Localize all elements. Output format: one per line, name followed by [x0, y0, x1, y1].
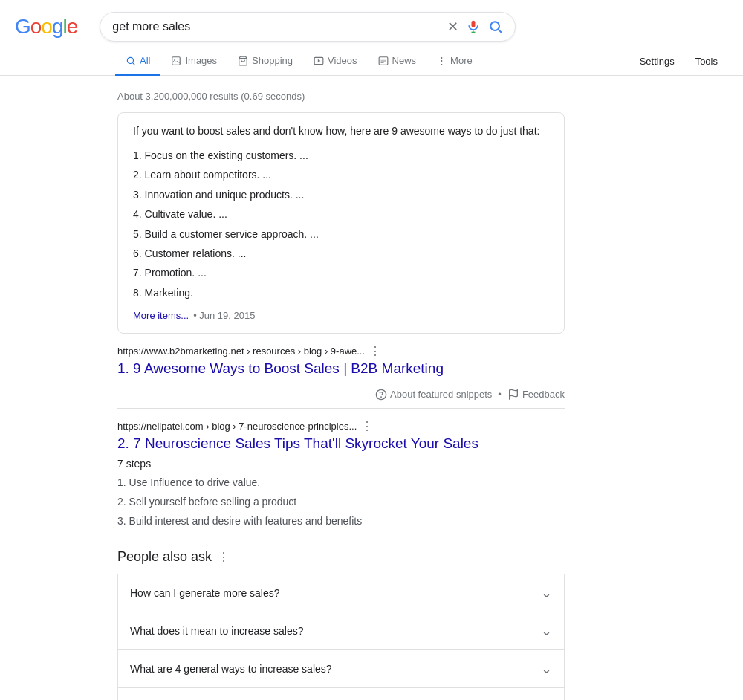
- snippet-list: 1. Focus on the existing customers. ... …: [133, 146, 549, 302]
- result2-steps-list: 1. Use Influence to drive value. 2. Sell…: [117, 473, 565, 531]
- svg-point-3: [491, 22, 500, 30]
- all-icon: [126, 56, 136, 66]
- results-count: About 3,200,000,000 results (0.69 second…: [117, 83, 565, 112]
- list-item: 4. Cultivate value. ...: [133, 204, 549, 224]
- svg-line-4: [499, 30, 502, 33]
- tab-all[interactable]: All: [115, 48, 160, 76]
- search-bar-icons: ✕: [447, 19, 503, 35]
- svg-point-8: [175, 59, 176, 60]
- tab-all-label: All: [140, 55, 150, 66]
- logo-letter-e: e: [67, 15, 78, 38]
- videos-icon: [314, 56, 324, 66]
- tab-news[interactable]: News: [368, 48, 427, 76]
- svg-marker-11: [318, 59, 321, 62]
- logo-letter-o2: o: [41, 15, 52, 38]
- voice-search-button[interactable]: [466, 19, 481, 34]
- tab-shopping[interactable]: Shopping: [227, 48, 303, 76]
- featured-snippet: If you want to boost sales and don't kno…: [117, 112, 565, 334]
- snippet-bar: About featured snippets • Feedback: [117, 381, 565, 409]
- paa-title: People also ask: [117, 549, 212, 565]
- search-input[interactable]: get more sales: [112, 20, 440, 33]
- list-item: 2. Learn about competitors. ...: [133, 165, 549, 184]
- more-dots-icon: ⋮: [437, 55, 447, 66]
- result2-url: https://neilpatel.com › blog › 7-neurosc…: [117, 421, 357, 432]
- search-button[interactable]: [488, 19, 503, 34]
- result2-menu-dots[interactable]: ⋮: [361, 419, 373, 433]
- list-item: 6. Customer relations. ...: [133, 244, 549, 263]
- logo-letter-g: G: [15, 15, 30, 38]
- result1-menu-dots[interactable]: ⋮: [369, 344, 381, 358]
- logo-letter-o1: o: [30, 15, 42, 38]
- snippet-feedback-label: Feedback: [522, 389, 565, 400]
- tab-videos[interactable]: Videos: [303, 48, 368, 76]
- list-item: 1. Use Influence to drive value.: [117, 473, 565, 492]
- main-content: About 3,200,000,000 results (0.69 second…: [0, 76, 580, 700]
- paa-item-3[interactable]: How do you say increase in sales? ⌄: [117, 687, 565, 700]
- list-item: 1. Focus on the existing customers. ...: [133, 146, 549, 165]
- svg-rect-7: [172, 56, 181, 65]
- tab-more-label: More: [450, 55, 473, 66]
- paa-menu-dots[interactable]: ⋮: [218, 550, 230, 564]
- chevron-down-icon-0: ⌄: [541, 585, 552, 601]
- result1-url: https://www.b2bmarketing.net › resources…: [117, 346, 365, 357]
- result1-title[interactable]: 1. 9 Awesome Ways to Boost Sales | B2B M…: [117, 360, 565, 378]
- paa-question-1: What does it mean to increase sales?: [130, 625, 303, 637]
- question-circle-icon: [375, 389, 387, 401]
- tab-videos-label: Videos: [328, 55, 357, 66]
- chevron-down-icon-2: ⌄: [541, 661, 552, 677]
- logo-letter-g2: g: [52, 15, 63, 38]
- svg-line-6: [133, 62, 135, 65]
- paa-item-0[interactable]: How can I generate more sales? ⌄: [117, 574, 565, 612]
- search-bar: get more sales ✕: [100, 12, 516, 42]
- flag-icon: [507, 389, 519, 401]
- tab-news-label: News: [392, 55, 417, 66]
- result2-url-container: https://neilpatel.com › blog › 7-neurosc…: [117, 419, 565, 433]
- list-item: 8. Marketing.: [133, 283, 549, 302]
- clear-button[interactable]: ✕: [447, 19, 458, 35]
- header: Google get more sales ✕: [0, 0, 743, 42]
- separator-dot: •: [498, 389, 502, 400]
- list-item: 3. Build interest and desire with featur…: [117, 511, 565, 531]
- svg-rect-0: [472, 21, 476, 27]
- about-featured-snippets[interactable]: About featured snippets: [375, 389, 492, 401]
- google-logo[interactable]: Google: [15, 15, 77, 39]
- paa-question-2: What are 4 general ways to increase sale…: [130, 663, 332, 675]
- images-icon: [171, 56, 181, 66]
- tools-link[interactable]: Tools: [685, 48, 728, 74]
- tab-shopping-label: Shopping: [252, 55, 293, 66]
- news-icon: [378, 56, 389, 66]
- mic-icon: [466, 19, 481, 34]
- tab-images-label: Images: [185, 55, 217, 66]
- settings-link[interactable]: Settings: [629, 48, 685, 74]
- shopping-icon: [238, 56, 248, 66]
- svg-point-5: [127, 57, 133, 63]
- result2-title[interactable]: 2. 7 Neuroscience Sales Tips That'll Sky…: [117, 435, 565, 453]
- list-item: 3. Innovation and unique products. ...: [133, 185, 549, 204]
- paa-question-0: How can I generate more sales?: [130, 587, 280, 599]
- about-snippets-label: About featured snippets: [390, 389, 492, 400]
- snippet-footer: More items... • Jun 19, 2015: [133, 310, 549, 321]
- tab-images[interactable]: Images: [160, 48, 227, 76]
- result2-steps-label: 7 steps: [117, 458, 565, 470]
- paa-header: People also ask ⋮: [117, 549, 565, 565]
- list-item: 7. Promotion. ...: [133, 263, 549, 282]
- result1-url-container: https://www.b2bmarketing.net › resources…: [117, 344, 565, 358]
- list-item: 2. Sell yourself before selling a produc…: [117, 492, 565, 511]
- list-item: 5. Build a customer service approach. ..…: [133, 224, 549, 244]
- nav-tabs: All Images Shopping Videos News ⋮ More S…: [0, 42, 743, 76]
- search-icon: [488, 19, 503, 34]
- paa-section: People also ask ⋮ How can I generate mor…: [117, 549, 565, 700]
- paa-item-2[interactable]: What are 4 general ways to increase sale…: [117, 649, 565, 688]
- snippet-date: • Jun 19, 2015: [193, 310, 255, 321]
- snippet-feedback-link[interactable]: Feedback: [507, 389, 565, 401]
- snippet-intro: If you want to boost sales and don't kno…: [133, 125, 549, 137]
- paa-item-1[interactable]: What does it mean to increase sales? ⌄: [117, 612, 565, 650]
- more-items-link[interactable]: More items...: [133, 310, 189, 321]
- result2: https://neilpatel.com › blog › 7-neurosc…: [117, 419, 565, 531]
- svg-point-17: [381, 397, 382, 398]
- nav-right: Settings Tools: [629, 48, 728, 74]
- chevron-down-icon-1: ⌄: [541, 623, 552, 639]
- tab-more[interactable]: ⋮ More: [426, 48, 483, 76]
